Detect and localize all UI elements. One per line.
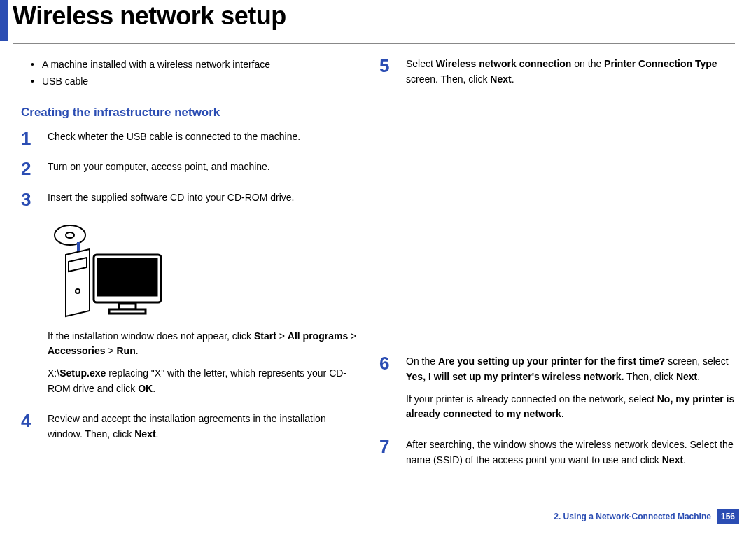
step-text: On the Are you setting up your printer f…	[406, 354, 735, 384]
step-3: 3 Insert the supplied software CD into y…	[21, 190, 358, 213]
step-text: X:\Setup.exe replacing "X" with the lett…	[48, 366, 358, 396]
svg-point-4	[76, 289, 80, 293]
left-column: A machine installed with a wireless netw…	[21, 57, 358, 484]
footer-page-number: 156	[717, 509, 739, 524]
step-7: 7 After searching, the window shows the …	[379, 437, 735, 475]
title-block: Wireless network setup	[0, 0, 756, 41]
step-text: Review and accept the installation agree…	[48, 412, 358, 442]
step-body: Review and accept the installation agree…	[48, 412, 358, 449]
svg-rect-8	[109, 309, 146, 314]
step-number: 3	[21, 190, 48, 209]
step-6: 6 On the Are you setting up your printer…	[379, 354, 735, 429]
step-text: Turn on your computer, access point, and…	[48, 160, 358, 175]
step-text: Insert the supplied software CD into you…	[48, 190, 358, 206]
step-3-cont: If the installation window does not appe…	[21, 329, 358, 404]
section-heading: Creating the infrastructure network	[21, 106, 358, 120]
step-number: 7	[379, 437, 406, 456]
step-number: 2	[21, 160, 48, 178]
step-body: Insert the supplied software CD into you…	[48, 190, 358, 213]
step-2: 2 Turn on your computer, access point, a…	[21, 160, 358, 182]
step-text: Check wheter the USB cable is connected …	[48, 129, 358, 145]
content-columns: A machine installed with a wireless netw…	[0, 44, 756, 484]
step-number: 6	[379, 354, 406, 372]
svg-point-0	[55, 225, 85, 245]
footer-chapter: 2. Using a Network-Connected Machine	[554, 512, 711, 521]
step-body: On the Are you setting up your printer f…	[406, 354, 735, 429]
step-text: If the installation window does not appe…	[48, 329, 358, 359]
footer: 2. Using a Network-Connected Machine 156	[554, 509, 739, 524]
right-column: 5 Select Wireless network connection on …	[379, 57, 735, 484]
cd-computer-svg	[48, 221, 167, 319]
intro-bullets: A machine installed with a wireless netw…	[21, 57, 358, 90]
step-body: Check wheter the USB cable is connected …	[48, 129, 358, 152]
step-number: 5	[379, 57, 406, 75]
step-text: If your printer is already connected on …	[406, 392, 735, 422]
intro-bullet: USB cable	[31, 73, 358, 90]
svg-point-1	[66, 232, 74, 238]
step-4: 4 Review and accept the installation agr…	[21, 412, 358, 449]
svg-rect-6	[98, 259, 157, 295]
step-number: 4	[21, 412, 48, 430]
intro-bullet: A machine installed with a wireless netw…	[31, 57, 358, 73]
page-title: Wireless network setup	[13, 0, 286, 31]
step-text: After searching, the window shows the wi…	[406, 437, 735, 468]
cd-computer-illustration	[48, 221, 358, 319]
step-number: 1	[21, 129, 48, 148]
step-1: 1 Check wheter the USB cable is connecte…	[21, 129, 358, 152]
title-accent-bar	[0, 0, 8, 41]
step-5: 5 Select Wireless network connection on …	[379, 57, 735, 94]
step-body: If the installation window does not appe…	[48, 329, 358, 404]
page: Wireless network setup A machine install…	[0, 0, 756, 534]
step-body: Select Wireless network connection on th…	[406, 57, 735, 94]
step-body: After searching, the window shows the wi…	[406, 437, 735, 475]
step-text: Select Wireless network connection on th…	[406, 57, 735, 87]
step-5-screenshot-placeholder	[406, 102, 735, 354]
step-body: Turn on your computer, access point, and…	[48, 160, 358, 182]
